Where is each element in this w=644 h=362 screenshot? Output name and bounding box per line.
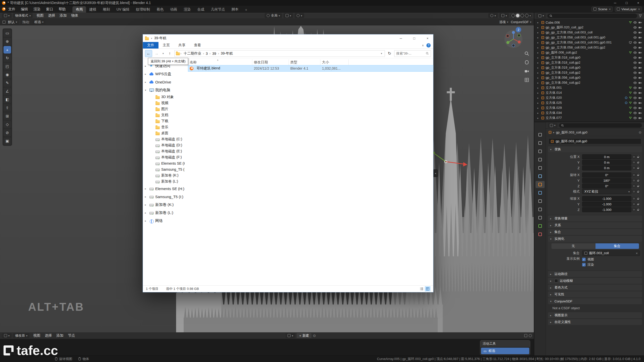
- sidebar-item[interactable]: 本地磁盘 (C:): [143, 136, 185, 142]
- disable-render-camera-icon[interactable]: [638, 101, 642, 105]
- column-header[interactable]: 类型: [289, 59, 320, 65]
- outliner-item[interactable]: ▸gp_立方体.019_coll.gp2: [534, 70, 644, 75]
- hide-eye-icon[interactable]: [633, 106, 637, 110]
- expand-icon[interactable]: ▸: [537, 92, 540, 94]
- workspace-tab[interactable]: 几何节点: [208, 6, 228, 13]
- value-field[interactable]: 0 m: [582, 165, 631, 170]
- collapsed-panel[interactable]: ▸着色方式: [548, 285, 642, 291]
- outliner-item[interactable]: ▸gp_立方体.056_coll.gp2: [534, 80, 644, 85]
- sidebar-item[interactable]: 本地磁盘 (F:): [143, 154, 185, 160]
- outliner-item[interactable]: ▸Cube.006: [534, 20, 644, 25]
- lock-icon[interactable]: [636, 161, 640, 164]
- workspace-tab[interactable]: 纹理绘制: [133, 6, 153, 13]
- chevron-right-icon[interactable]: ▸: [145, 65, 148, 67]
- lock-icon[interactable]: [636, 197, 640, 200]
- sidebar-item[interactable]: 本地磁盘 (E:): [143, 148, 185, 154]
- workspace-tab[interactable]: 布局: [72, 6, 86, 13]
- tool-addon-tool-1[interactable]: ⊞: [4, 112, 11, 120]
- panel-instancing[interactable]: ▾ 实例化: [548, 236, 642, 242]
- object-name-field[interactable]: gp_圆环.003_coll.gp0: [548, 138, 641, 144]
- sidebar-item[interactable]: 下载: [143, 118, 185, 124]
- maximize-button[interactable]: □: [409, 34, 420, 42]
- properties-tab-tool[interactable]: [536, 131, 545, 138]
- workspace-tab[interactable]: 脚本: [228, 6, 242, 13]
- expand-icon[interactable]: ▸: [537, 107, 540, 109]
- blender-menu-icon[interactable]: [2, 7, 6, 11]
- animate-decorator-icon[interactable]: [632, 190, 636, 193]
- navigation-gizmo[interactable]: [504, 29, 523, 49]
- disable-render-camera-icon[interactable]: [638, 71, 642, 75]
- breadcrumb-segment[interactable]: 39-年糕: [219, 51, 234, 56]
- rotation-mode-dropdown[interactable]: XYZ 欧拉▾: [582, 189, 631, 194]
- workspace-tab[interactable]: 合成: [194, 6, 208, 13]
- scene-selector[interactable]: Scene ×: [591, 7, 613, 12]
- hide-eye-icon[interactable]: [633, 31, 637, 34]
- column-header[interactable]: ∧名称: [188, 59, 252, 65]
- shading-rendered-icon[interactable]: [525, 14, 529, 17]
- value-field[interactable]: -1.000: [582, 207, 631, 212]
- value-field[interactable]: 0 m: [582, 160, 631, 165]
- sidebar-item[interactable]: Samsung_T5 (I:): [143, 166, 185, 172]
- hide-eye-icon[interactable]: [633, 111, 637, 115]
- sidebar-toggle[interactable]: ◂: [433, 169, 438, 177]
- pin-icon[interactable]: ⊙: [313, 334, 316, 338]
- instance-collection-field[interactable]: 圆环.003_coll ×: [582, 250, 640, 256]
- properties-tab-world[interactable]: [536, 173, 545, 180]
- unlink-scene-icon[interactable]: ×: [609, 7, 611, 11]
- tool-cursor[interactable]: ⊕: [4, 38, 11, 45]
- animate-decorator-icon[interactable]: [632, 166, 636, 170]
- node-snap-icon[interactable]: [524, 334, 527, 337]
- disable-render-camera-icon[interactable]: [638, 106, 642, 110]
- chevron-right-icon[interactable]: ▸: [145, 219, 148, 222]
- sidebar-item[interactable]: 3D 对象: [143, 94, 185, 100]
- hide-eye-icon[interactable]: [633, 81, 637, 85]
- editor-type-selector[interactable]: ▾: [536, 13, 546, 18]
- close-button[interactable]: ×: [422, 34, 433, 42]
- tool-addon-tool-3[interactable]: ⊘: [4, 129, 11, 137]
- editor-type-selector[interactable]: ▾: [2, 13, 12, 18]
- viewport-menu-item[interactable]: 选择: [46, 13, 57, 18]
- properties-tab-material[interactable]: [536, 231, 545, 238]
- outliner-item[interactable]: ▸gp_圆环.006_coll.gp2: [534, 50, 644, 55]
- ribbon-tab[interactable]: 查看: [190, 42, 205, 49]
- tool-select-box[interactable]: ▭: [4, 29, 11, 37]
- collapsed-panel[interactable]: ▸运动模糊: [548, 278, 642, 284]
- sidebar-item[interactable]: ▸WPS云盘: [143, 70, 185, 78]
- conjuresdf-dropdown[interactable]: ConjureSDF ▾: [511, 20, 531, 24]
- sidebar-item[interactable]: ▸Samsung_T5 (I:): [143, 193, 185, 201]
- quick-access-toolbar-caret-icon[interactable]: ▾: [151, 37, 152, 40]
- properties-tab-view-layer[interactable]: [536, 156, 545, 163]
- tool-addon-tool-4[interactable]: ▣: [4, 137, 11, 145]
- hide-eye-icon[interactable]: [633, 36, 637, 39]
- breadcrumb-segment[interactable]: 十二期作业: [182, 51, 203, 56]
- proportional-edit-dropdown[interactable]: ▾: [295, 13, 304, 18]
- expand-icon[interactable]: ▸: [537, 97, 540, 99]
- topbar-menu-item[interactable]: 渲染: [31, 6, 43, 12]
- disable-render-camera-icon[interactable]: [638, 21, 642, 24]
- disable-render-camera-icon[interactable]: [638, 46, 642, 50]
- outliner-item[interactable]: ▸gp_立方体.018_coll.gp0: [534, 55, 644, 60]
- overlays-dropdown[interactable]: ▾: [499, 13, 509, 18]
- node-overlay-icon[interactable]: [529, 334, 532, 337]
- expand-icon[interactable]: ▸: [537, 76, 540, 79]
- workspace-tab[interactable]: 渲染: [180, 6, 194, 13]
- properties-tab-data[interactable]: [536, 222, 545, 230]
- outliner-item[interactable]: ▸gp_立方体.056_coll.gp0: [534, 75, 644, 80]
- disable-render-camera-icon[interactable]: [638, 66, 642, 70]
- lock-icon[interactable]: [636, 173, 640, 177]
- disable-render-camera-icon[interactable]: [638, 86, 642, 90]
- expand-icon[interactable]: ▸: [537, 102, 540, 104]
- sidebar-item[interactable]: 图片: [143, 106, 185, 112]
- expand-icon[interactable]: ▸: [537, 26, 540, 29]
- sidebar-item[interactable]: Elements SE (H:): [143, 160, 185, 166]
- lock-icon[interactable]: [636, 184, 640, 188]
- outliner-item[interactable]: ▸gp_gp_立方体.058_coll.003_coll.001.gp0: [534, 35, 644, 40]
- expand-icon[interactable]: ▸: [537, 21, 540, 24]
- disable-render-camera-icon[interactable]: [638, 51, 642, 55]
- animate-decorator-icon[interactable]: [632, 184, 636, 188]
- disable-render-camera-icon[interactable]: [638, 111, 642, 115]
- minimize-button[interactable]: ─: [609, 0, 621, 6]
- sidebar-item[interactable]: ▸新加卷 (L:): [143, 209, 185, 217]
- animate-decorator-icon[interactable]: [632, 202, 636, 206]
- sidebar-item[interactable]: ▸网络: [143, 217, 185, 225]
